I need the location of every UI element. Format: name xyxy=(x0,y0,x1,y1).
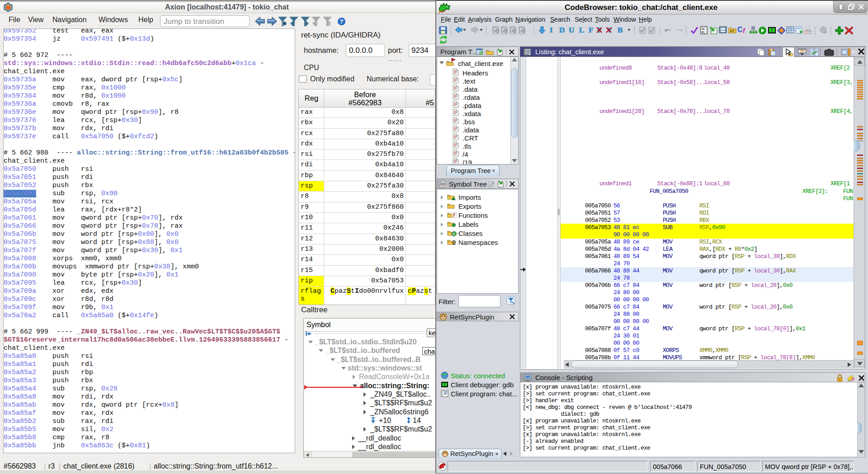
svg-text:DT: DT xyxy=(730,29,735,33)
svg-text:01: 01 xyxy=(702,31,705,33)
svg-text:10: 10 xyxy=(702,28,705,30)
